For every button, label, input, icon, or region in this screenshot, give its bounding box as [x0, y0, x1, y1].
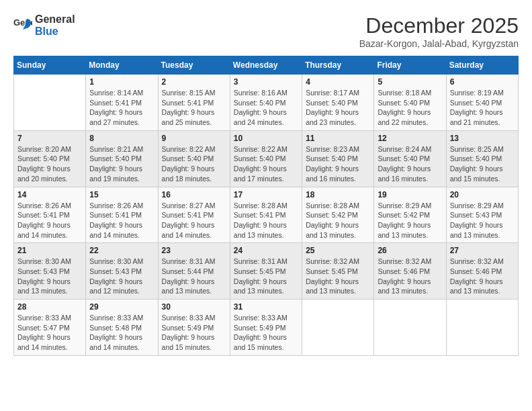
day-number: 27 [450, 246, 515, 255]
title-block: December 2025 Bazar-Korgon, Jalal-Abad, … [359, 13, 519, 49]
day-info: Sunrise: 8:32 AMSunset: 5:46 PMDaylight:… [450, 257, 515, 296]
page-header: General General Blue December 2025 Bazar… [13, 13, 519, 49]
calendar-cell: 14Sunrise: 8:26 AMSunset: 5:41 PMDayligh… [14, 187, 86, 243]
weekday-header-saturday: Saturday [446, 56, 518, 75]
day-info: Sunrise: 8:32 AMSunset: 5:45 PMDaylight:… [306, 257, 370, 296]
day-info: Sunrise: 8:28 AMSunset: 5:41 PMDaylight:… [234, 201, 298, 240]
calendar-cell: 27Sunrise: 8:32 AMSunset: 5:46 PMDayligh… [446, 243, 518, 300]
week-row-5: 28Sunrise: 8:33 AMSunset: 5:47 PMDayligh… [14, 300, 519, 356]
day-info: Sunrise: 8:20 AMSunset: 5:40 PMDaylight:… [17, 144, 82, 184]
day-number: 19 [378, 190, 442, 199]
day-info: Sunrise: 8:30 AMSunset: 5:43 PMDaylight:… [17, 257, 82, 296]
day-info: Sunrise: 8:23 AMSunset: 5:40 PMDaylight:… [306, 144, 370, 184]
weekday-header-tuesday: Tuesday [158, 56, 230, 75]
calendar-cell: 17Sunrise: 8:28 AMSunset: 5:41 PMDayligh… [230, 187, 302, 243]
calendar-cell: 11Sunrise: 8:23 AMSunset: 5:40 PMDayligh… [302, 130, 374, 187]
logo: General General Blue [13, 13, 75, 37]
calendar-cell: 28Sunrise: 8:33 AMSunset: 5:47 PMDayligh… [14, 300, 86, 356]
day-info: Sunrise: 8:24 AMSunset: 5:40 PMDaylight:… [378, 144, 442, 184]
weekday-header-sunday: Sunday [14, 56, 86, 75]
calendar-cell: 23Sunrise: 8:31 AMSunset: 5:44 PMDayligh… [158, 243, 230, 300]
day-number: 29 [89, 302, 154, 312]
day-info: Sunrise: 8:16 AMSunset: 5:40 PMDaylight:… [234, 88, 298, 128]
calendar-cell: 4Sunrise: 8:17 AMSunset: 5:40 PMDaylight… [302, 75, 374, 131]
day-number: 13 [450, 134, 515, 143]
calendar-cell: 3Sunrise: 8:16 AMSunset: 5:40 PMDaylight… [230, 75, 302, 131]
weekday-header-wednesday: Wednesday [230, 56, 302, 75]
day-number: 31 [234, 302, 298, 312]
day-info: Sunrise: 8:18 AMSunset: 5:40 PMDaylight:… [378, 88, 442, 128]
day-info: Sunrise: 8:22 AMSunset: 5:40 PMDaylight:… [234, 144, 298, 184]
day-number: 18 [306, 190, 370, 199]
day-number: 26 [378, 246, 442, 255]
day-number: 3 [234, 77, 298, 87]
calendar-cell: 26Sunrise: 8:32 AMSunset: 5:46 PMDayligh… [374, 243, 446, 300]
day-info: Sunrise: 8:33 AMSunset: 5:47 PMDaylight:… [17, 313, 82, 353]
day-info: Sunrise: 8:33 AMSunset: 5:49 PMDaylight:… [234, 313, 298, 353]
calendar-cell: 21Sunrise: 8:30 AMSunset: 5:43 PMDayligh… [14, 243, 86, 300]
day-info: Sunrise: 8:19 AMSunset: 5:40 PMDaylight:… [450, 88, 515, 128]
day-number: 21 [17, 246, 82, 255]
day-number: 8 [89, 134, 154, 143]
day-number: 2 [162, 77, 226, 87]
calendar-cell: 8Sunrise: 8:21 AMSunset: 5:40 PMDaylight… [86, 130, 158, 187]
day-number: 23 [162, 246, 226, 255]
day-info: Sunrise: 8:28 AMSunset: 5:42 PMDaylight:… [306, 201, 370, 240]
calendar-cell: 19Sunrise: 8:29 AMSunset: 5:42 PMDayligh… [374, 187, 446, 243]
logo-general: General [35, 13, 75, 26]
month-title: December 2025 [359, 13, 519, 38]
calendar-cell: 29Sunrise: 8:33 AMSunset: 5:48 PMDayligh… [86, 300, 158, 356]
day-number: 16 [162, 190, 226, 199]
day-number: 25 [306, 246, 370, 255]
day-info: Sunrise: 8:14 AMSunset: 5:41 PMDaylight:… [89, 88, 154, 128]
day-number: 17 [234, 190, 298, 199]
day-number: 9 [162, 134, 226, 143]
calendar-cell: 10Sunrise: 8:22 AMSunset: 5:40 PMDayligh… [230, 130, 302, 187]
weekday-header-monday: Monday [86, 56, 158, 75]
day-info: Sunrise: 8:26 AMSunset: 5:41 PMDaylight:… [17, 201, 82, 240]
calendar-cell [446, 300, 518, 356]
day-info: Sunrise: 8:31 AMSunset: 5:45 PMDaylight:… [234, 257, 298, 296]
calendar-cell: 24Sunrise: 8:31 AMSunset: 5:45 PMDayligh… [230, 243, 302, 300]
day-number: 30 [162, 302, 226, 312]
day-info: Sunrise: 8:15 AMSunset: 5:41 PMDaylight:… [162, 88, 226, 128]
calendar-cell [14, 75, 86, 131]
calendar-cell: 18Sunrise: 8:28 AMSunset: 5:42 PMDayligh… [302, 187, 374, 243]
calendar-cell: 30Sunrise: 8:33 AMSunset: 5:49 PMDayligh… [158, 300, 230, 356]
weekday-header-row: SundayMondayTuesdayWednesdayThursdayFrid… [14, 56, 519, 75]
day-info: Sunrise: 8:17 AMSunset: 5:40 PMDaylight:… [306, 88, 370, 128]
weekday-header-friday: Friday [374, 56, 446, 75]
logo-blue: Blue [35, 26, 75, 38]
day-number: 7 [17, 134, 82, 143]
calendar-cell: 13Sunrise: 8:25 AMSunset: 5:40 PMDayligh… [446, 130, 518, 187]
calendar-cell: 25Sunrise: 8:32 AMSunset: 5:45 PMDayligh… [302, 243, 374, 300]
day-number: 5 [378, 77, 442, 87]
day-number: 1 [89, 77, 154, 87]
day-info: Sunrise: 8:25 AMSunset: 5:40 PMDaylight:… [450, 144, 515, 184]
logo-icon: General [13, 16, 32, 35]
day-number: 6 [450, 77, 515, 87]
day-number: 28 [17, 302, 82, 312]
day-info: Sunrise: 8:27 AMSunset: 5:41 PMDaylight:… [162, 201, 226, 240]
calendar-cell: 1Sunrise: 8:14 AMSunset: 5:41 PMDaylight… [86, 75, 158, 131]
calendar-cell: 6Sunrise: 8:19 AMSunset: 5:40 PMDaylight… [446, 75, 518, 131]
calendar-cell [374, 300, 446, 356]
calendar-cell: 9Sunrise: 8:22 AMSunset: 5:40 PMDaylight… [158, 130, 230, 187]
week-row-1: 1Sunrise: 8:14 AMSunset: 5:41 PMDaylight… [14, 75, 519, 131]
day-info: Sunrise: 8:31 AMSunset: 5:44 PMDaylight:… [162, 257, 226, 296]
calendar-cell: 31Sunrise: 8:33 AMSunset: 5:49 PMDayligh… [230, 300, 302, 356]
day-info: Sunrise: 8:33 AMSunset: 5:49 PMDaylight:… [162, 313, 226, 353]
day-number: 20 [450, 190, 515, 199]
day-number: 11 [306, 134, 370, 143]
day-number: 12 [378, 134, 442, 143]
calendar-cell: 15Sunrise: 8:26 AMSunset: 5:41 PMDayligh… [86, 187, 158, 243]
week-row-3: 14Sunrise: 8:26 AMSunset: 5:41 PMDayligh… [14, 187, 519, 243]
day-number: 4 [306, 77, 370, 87]
day-number: 24 [234, 246, 298, 255]
day-info: Sunrise: 8:29 AMSunset: 5:42 PMDaylight:… [378, 201, 442, 240]
day-info: Sunrise: 8:30 AMSunset: 5:43 PMDaylight:… [89, 257, 154, 296]
day-info: Sunrise: 8:32 AMSunset: 5:46 PMDaylight:… [378, 257, 442, 296]
day-number: 22 [89, 246, 154, 255]
day-info: Sunrise: 8:33 AMSunset: 5:48 PMDaylight:… [89, 313, 154, 353]
day-number: 15 [89, 190, 154, 199]
